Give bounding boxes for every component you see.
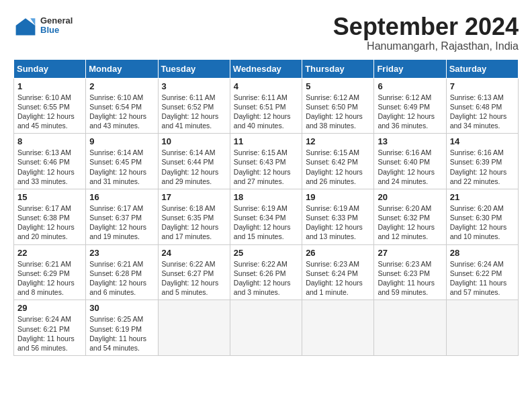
day-number: 9 [89, 136, 154, 146]
day-detail: Sunrise: 6:23 AMSunset: 6:24 PMDaylight:… [306, 259, 370, 298]
day-number: 15 [17, 192, 82, 202]
calendar-cell: 25 Sunrise: 6:22 AMSunset: 6:26 PMDaylig… [230, 244, 302, 300]
calendar-cell: 23 Sunrise: 6:21 AMSunset: 6:28 PMDaylig… [86, 244, 158, 300]
day-number: 7 [450, 81, 515, 91]
day-detail: Sunrise: 6:21 AMSunset: 6:29 PMDaylight:… [17, 259, 82, 298]
month-title: September 2024 [333, 13, 519, 40]
day-detail: Sunrise: 6:20 AMSunset: 6:30 PMDaylight:… [450, 203, 515, 242]
day-number: 13 [378, 136, 442, 146]
day-number: 4 [234, 81, 298, 91]
day-detail: Sunrise: 6:25 AMSunset: 6:19 PMDaylight:… [89, 314, 154, 353]
day-detail: Sunrise: 6:19 AMSunset: 6:33 PMDaylight:… [306, 203, 370, 242]
day-detail: Sunrise: 6:13 AMSunset: 6:48 PMDaylight:… [450, 93, 515, 131]
day-number: 25 [234, 248, 298, 258]
day-number: 2 [89, 81, 154, 91]
calendar: SundayMondayTuesdayWednesdayThursdayFrid… [13, 59, 519, 356]
day-number: 18 [234, 192, 298, 202]
calendar-cell: 30 Sunrise: 6:25 AMSunset: 6:19 PMDaylig… [86, 300, 158, 356]
calendar-week-4: 22 Sunrise: 6:21 AMSunset: 6:29 PMDaylig… [14, 244, 519, 300]
calendar-body: 1 Sunrise: 6:10 AMSunset: 6:55 PMDayligh… [14, 78, 519, 355]
day-detail: Sunrise: 6:22 AMSunset: 6:27 PMDaylight:… [162, 259, 226, 298]
calendar-cell: 1 Sunrise: 6:10 AMSunset: 6:55 PMDayligh… [14, 78, 86, 134]
day-number: 5 [306, 81, 370, 91]
calendar-cell: 6 Sunrise: 6:12 AMSunset: 6:49 PMDayligh… [374, 78, 446, 134]
calendar-cell: 24 Sunrise: 6:22 AMSunset: 6:27 PMDaylig… [158, 244, 230, 300]
calendar-week-5: 29 Sunrise: 6:24 AMSunset: 6:21 PMDaylig… [14, 300, 519, 356]
calendar-cell: 21 Sunrise: 6:20 AMSunset: 6:30 PMDaylig… [446, 189, 518, 244]
day-detail: Sunrise: 6:17 AMSunset: 6:37 PMDaylight:… [89, 203, 154, 242]
day-detail: Sunrise: 6:16 AMSunset: 6:40 PMDaylight:… [378, 148, 442, 186]
day-detail: Sunrise: 6:21 AMSunset: 6:28 PMDaylight:… [89, 259, 154, 298]
calendar-cell: 13 Sunrise: 6:16 AMSunset: 6:40 PMDaylig… [374, 134, 446, 189]
calendar-cell: 28 Sunrise: 6:24 AMSunset: 6:22 PMDaylig… [446, 244, 518, 300]
calendar-cell: 17 Sunrise: 6:18 AMSunset: 6:35 PMDaylig… [158, 189, 230, 244]
day-detail: Sunrise: 6:23 AMSunset: 6:23 PMDaylight:… [378, 259, 442, 298]
calendar-cell: 10 Sunrise: 6:14 AMSunset: 6:44 PMDaylig… [158, 134, 230, 189]
calendar-cell: 16 Sunrise: 6:17 AMSunset: 6:37 PMDaylig… [86, 189, 158, 244]
day-number: 16 [89, 192, 154, 202]
day-detail: Sunrise: 6:24 AMSunset: 6:21 PMDaylight:… [17, 314, 82, 353]
calendar-cell [158, 300, 230, 356]
logo-general-text: General [40, 16, 73, 26]
title-area: September 2024 Hanumangarh, Rajasthan, I… [333, 13, 519, 52]
calendar-cell [374, 300, 446, 356]
calendar-header-saturday: Saturday [446, 59, 518, 78]
calendar-cell: 3 Sunrise: 6:11 AMSunset: 6:52 PMDayligh… [158, 78, 230, 134]
day-number: 19 [306, 192, 370, 202]
logo-blue-text: Blue [40, 26, 73, 35]
calendar-header-row: SundayMondayTuesdayWednesdayThursdayFrid… [14, 59, 519, 78]
day-detail: Sunrise: 6:15 AMSunset: 6:43 PMDaylight:… [234, 148, 298, 186]
day-number: 22 [17, 248, 82, 258]
day-number: 27 [378, 248, 442, 258]
calendar-cell [302, 300, 374, 356]
day-detail: Sunrise: 6:15 AMSunset: 6:42 PMDaylight:… [306, 148, 370, 186]
day-number: 10 [162, 136, 226, 146]
day-number: 14 [450, 136, 515, 146]
day-number: 26 [306, 248, 370, 258]
calendar-header-thursday: Thursday [302, 59, 374, 78]
logo: General Blue [13, 13, 73, 38]
day-detail: Sunrise: 6:12 AMSunset: 6:50 PMDaylight:… [306, 93, 370, 131]
day-number: 28 [450, 248, 515, 258]
calendar-cell [446, 300, 518, 356]
day-number: 6 [378, 81, 442, 91]
day-number: 17 [162, 192, 226, 202]
calendar-week-2: 8 Sunrise: 6:13 AMSunset: 6:46 PMDayligh… [14, 134, 519, 189]
calendar-cell: 7 Sunrise: 6:13 AMSunset: 6:48 PMDayligh… [446, 78, 518, 134]
day-number: 8 [17, 136, 82, 146]
calendar-header-tuesday: Tuesday [158, 59, 230, 78]
calendar-header-wednesday: Wednesday [230, 59, 302, 78]
day-number: 12 [306, 136, 370, 146]
calendar-header-monday: Monday [86, 59, 158, 78]
day-detail: Sunrise: 6:17 AMSunset: 6:38 PMDaylight:… [17, 203, 82, 242]
day-detail: Sunrise: 6:24 AMSunset: 6:22 PMDaylight:… [450, 259, 515, 298]
day-detail: Sunrise: 6:16 AMSunset: 6:39 PMDaylight:… [450, 148, 515, 186]
calendar-cell: 5 Sunrise: 6:12 AMSunset: 6:50 PMDayligh… [302, 78, 374, 134]
day-number: 20 [378, 192, 442, 202]
location: Hanumangarh, Rajasthan, India [333, 40, 519, 52]
day-detail: Sunrise: 6:10 AMSunset: 6:54 PMDaylight:… [89, 93, 154, 131]
day-number: 23 [89, 248, 154, 258]
calendar-cell: 27 Sunrise: 6:23 AMSunset: 6:23 PMDaylig… [374, 244, 446, 300]
day-detail: Sunrise: 6:18 AMSunset: 6:35 PMDaylight:… [162, 203, 226, 242]
calendar-cell: 15 Sunrise: 6:17 AMSunset: 6:38 PMDaylig… [14, 189, 86, 244]
calendar-cell: 12 Sunrise: 6:15 AMSunset: 6:42 PMDaylig… [302, 134, 374, 189]
calendar-cell: 4 Sunrise: 6:11 AMSunset: 6:51 PMDayligh… [230, 78, 302, 134]
calendar-header-friday: Friday [374, 59, 446, 78]
day-detail: Sunrise: 6:10 AMSunset: 6:55 PMDaylight:… [17, 93, 82, 131]
calendar-cell: 19 Sunrise: 6:19 AMSunset: 6:33 PMDaylig… [302, 189, 374, 244]
logo-icon [13, 13, 38, 38]
day-detail: Sunrise: 6:13 AMSunset: 6:46 PMDaylight:… [17, 148, 82, 186]
day-detail: Sunrise: 6:14 AMSunset: 6:45 PMDaylight:… [89, 148, 154, 186]
calendar-cell: 22 Sunrise: 6:21 AMSunset: 6:29 PMDaylig… [14, 244, 86, 300]
calendar-cell: 11 Sunrise: 6:15 AMSunset: 6:43 PMDaylig… [230, 134, 302, 189]
day-number: 21 [450, 192, 515, 202]
day-detail: Sunrise: 6:14 AMSunset: 6:44 PMDaylight:… [162, 148, 226, 186]
day-detail: Sunrise: 6:11 AMSunset: 6:52 PMDaylight:… [162, 93, 226, 131]
day-number: 3 [162, 81, 226, 91]
day-detail: Sunrise: 6:22 AMSunset: 6:26 PMDaylight:… [234, 259, 298, 298]
day-detail: Sunrise: 6:19 AMSunset: 6:34 PMDaylight:… [234, 203, 298, 242]
calendar-cell: 8 Sunrise: 6:13 AMSunset: 6:46 PMDayligh… [14, 134, 86, 189]
day-detail: Sunrise: 6:12 AMSunset: 6:49 PMDaylight:… [378, 93, 442, 131]
calendar-cell: 9 Sunrise: 6:14 AMSunset: 6:45 PMDayligh… [86, 134, 158, 189]
